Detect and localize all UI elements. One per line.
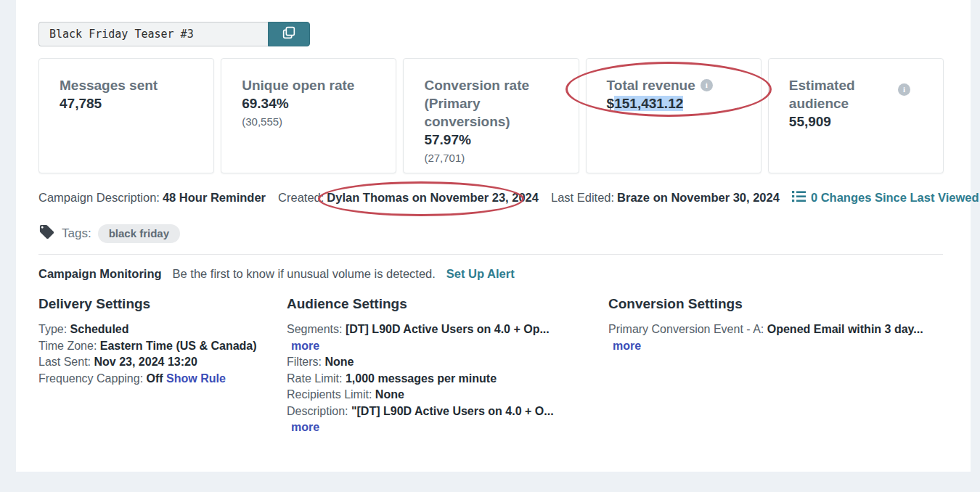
campaign-last-edited: Last Edited:Braze on November 30, 2024 bbox=[551, 191, 780, 205]
campaign-detail-panel: Messages sent 47,785 Unique open rate 69… bbox=[16, 0, 971, 472]
description-more-link-row: more bbox=[291, 419, 599, 436]
stat-card-messages-sent: Messages sent 47,785 bbox=[38, 58, 214, 173]
delivery-settings-title: Delivery Settings bbox=[38, 296, 258, 312]
stat-value: 55,909 bbox=[789, 112, 928, 131]
tags-label: Tags: bbox=[62, 226, 91, 241]
tags-row: Tags: black friday bbox=[38, 224, 180, 244]
audience-segments-row: Segments: [DT] L90D Active Users on 4.0 … bbox=[287, 321, 599, 338]
campaign-monitoring-row: Campaign Monitoring Be the first to know… bbox=[38, 267, 515, 281]
monitoring-text: Be the first to know if unusual volume i… bbox=[173, 267, 436, 281]
description-more-link[interactable]: more bbox=[291, 421, 319, 433]
monitoring-title: Campaign Monitoring bbox=[38, 267, 162, 281]
audience-recipients-limit-row: Recipients Limit: None bbox=[287, 387, 599, 403]
stat-card-conversion-rate: Conversion rate (Primary conversions) 57… bbox=[403, 58, 579, 173]
tag-black-friday[interactable]: black friday bbox=[98, 224, 180, 243]
campaign-meta-row: Campaign Description:48 Hour Reminder Cr… bbox=[38, 190, 979, 205]
stat-value: $151,431.12 bbox=[607, 94, 746, 113]
campaign-created: Created:Dylan Thomas on November 23, 202… bbox=[278, 191, 539, 205]
section-divider bbox=[38, 254, 943, 255]
changes-since-last-viewed-link[interactable]: 0 Changes Since Last Viewed bbox=[792, 190, 979, 205]
delivery-timezone-row: Time Zone: Eastern Time (US & Canada) bbox=[38, 338, 258, 355]
stats-cards-row: Messages sent 47,785 Unique open rate 69… bbox=[38, 58, 944, 173]
audience-settings-section: Audience Settings Segments: [DT] L90D Ac… bbox=[287, 296, 599, 436]
info-icon[interactable]: i bbox=[701, 79, 713, 91]
info-icon[interactable]: i bbox=[898, 83, 910, 96]
primary-conversion-event-row: Primary Conversion Event - A: Opened Ema… bbox=[608, 321, 953, 338]
stat-subvalue: (30,555) bbox=[242, 113, 381, 131]
stat-value: 47,785 bbox=[60, 94, 199, 113]
audience-filters-row: Filters: None bbox=[287, 354, 599, 371]
copy-icon bbox=[281, 25, 297, 44]
stat-card-open-rate: Unique open rate 69.34% (30,555) bbox=[221, 58, 396, 173]
stat-label: Total revenuei bbox=[607, 76, 746, 94]
conversion-more-link-row: more bbox=[613, 338, 953, 355]
change-list-icon bbox=[792, 190, 806, 205]
audience-description-row: Description: "[DT] L90D Active Users on … bbox=[287, 403, 599, 420]
currency-symbol: $ bbox=[607, 96, 615, 111]
delivery-settings-section: Delivery Settings Type: Scheduled Time Z… bbox=[38, 296, 258, 387]
campaign-name-row bbox=[38, 22, 310, 46]
audience-settings-title: Audience Settings bbox=[287, 296, 599, 312]
stat-label: Messages sent bbox=[60, 76, 199, 94]
selected-revenue-text: 151,431.12 bbox=[614, 96, 683, 111]
delivery-type-row: Type: Scheduled bbox=[38, 321, 258, 338]
campaign-name-input[interactable] bbox=[38, 22, 268, 46]
campaign-description: Campaign Description:48 Hour Reminder bbox=[38, 191, 266, 205]
stat-card-estimated-audience: Estimated audience i 55,909 bbox=[768, 58, 944, 173]
stat-value: 57.97% bbox=[424, 131, 563, 149]
stat-label: Conversion rate (Primary conversions) bbox=[424, 76, 563, 131]
conversion-settings-title: Conversion Settings bbox=[608, 296, 953, 312]
stat-subvalue: (27,701) bbox=[424, 149, 563, 167]
stat-label: Unique open rate bbox=[242, 76, 381, 94]
conversion-settings-section: Conversion Settings Primary Conversion E… bbox=[608, 296, 953, 354]
tag-icon bbox=[38, 224, 55, 244]
delivery-frequency-capping-row: Frequency Capping: Off Show Rule bbox=[38, 371, 258, 388]
stat-label: Estimated audience bbox=[789, 76, 883, 112]
show-rule-link[interactable]: Show Rule bbox=[166, 372, 226, 385]
audience-rate-limit-row: Rate Limit: 1,000 messages per minute bbox=[287, 371, 599, 388]
copy-button[interactable] bbox=[268, 22, 310, 46]
conversion-more-link[interactable]: more bbox=[613, 340, 641, 352]
delivery-last-sent-row: Last Sent: Nov 23, 2024 13:20 bbox=[38, 354, 258, 371]
stat-card-total-revenue: Total revenuei $151,431.12 bbox=[586, 58, 761, 173]
stat-value: 69.34% bbox=[242, 94, 381, 113]
set-up-alert-link[interactable]: Set Up Alert bbox=[446, 267, 515, 281]
segments-more-link-row: more bbox=[291, 338, 599, 355]
segments-more-link[interactable]: more bbox=[291, 340, 319, 352]
